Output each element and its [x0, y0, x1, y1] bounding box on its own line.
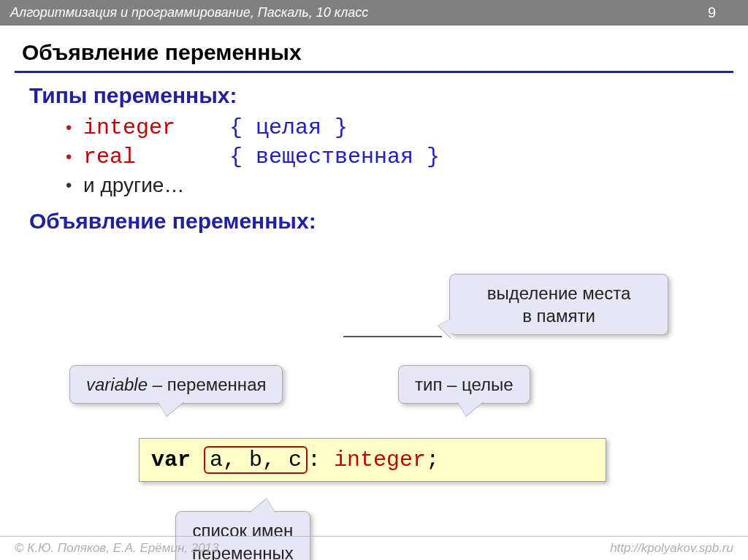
type-comment: { целая }	[229, 115, 348, 140]
footer-copyright: © К.Ю. Поляков, Е.А. Ерёмин, 2013	[15, 541, 219, 556]
code-type: integer	[334, 448, 426, 472]
course-title: Алгоритмизация и программирование, Паска…	[10, 5, 368, 20]
code-vars: a, b, c	[210, 448, 302, 472]
bullet-icon: •	[66, 175, 83, 196]
type-name: real	[83, 145, 229, 169]
callout-tail-icon	[249, 499, 275, 513]
callout-memory: выделение места в памяти	[449, 274, 668, 335]
callout-variable: variable – переменная	[69, 365, 283, 404]
type-row-real: • real { вещественная }	[66, 145, 719, 169]
footer-url: http://kpolyakov.spb.ru	[610, 541, 733, 556]
code-colon: :	[308, 448, 321, 472]
callout-tail-icon	[158, 402, 184, 416]
type-comment: { вещественная }	[229, 145, 440, 169]
code-semi: ;	[426, 448, 439, 472]
code-keyword: var	[151, 448, 191, 472]
callout-variable-rest: – переменная	[148, 375, 266, 394]
content-area: Типы переменных: • integer { целая } • r…	[0, 73, 748, 241]
callout-text: тип – целые	[415, 375, 514, 394]
connector-line	[343, 336, 442, 337]
type-row-others: • и другие…	[66, 174, 719, 197]
type-name: integer	[83, 115, 229, 140]
callout-type: тип – целые	[398, 365, 530, 404]
type-row-integer: • integer { целая }	[66, 115, 719, 140]
decl-heading: Объявление переменных:	[29, 209, 316, 234]
code-vars-frame: a, b, c	[204, 446, 308, 474]
others-text: и другие…	[83, 174, 184, 197]
callout-tail-icon	[438, 318, 451, 339]
footer: © К.Ю. Поляков, Е.А. Ерёмин, 2013 http:/…	[0, 536, 748, 560]
type-list: • integer { целая } • real { вещественна…	[29, 115, 719, 197]
header-bar: Алгоритмизация и программирование, Паска…	[0, 0, 748, 26]
callout-text: выделение места в памяти	[487, 283, 631, 326]
callout-variable-prefix: variable	[86, 375, 148, 394]
callout-tail-icon	[457, 402, 484, 416]
types-heading: Типы переменных:	[29, 83, 719, 108]
slide-title: Объявление переменных	[0, 26, 748, 71]
bullet-icon: •	[66, 147, 83, 167]
bullet-icon: •	[66, 118, 83, 138]
code-box: var a, b, c : integer;	[139, 438, 606, 482]
page-number: 9	[708, 4, 738, 21]
